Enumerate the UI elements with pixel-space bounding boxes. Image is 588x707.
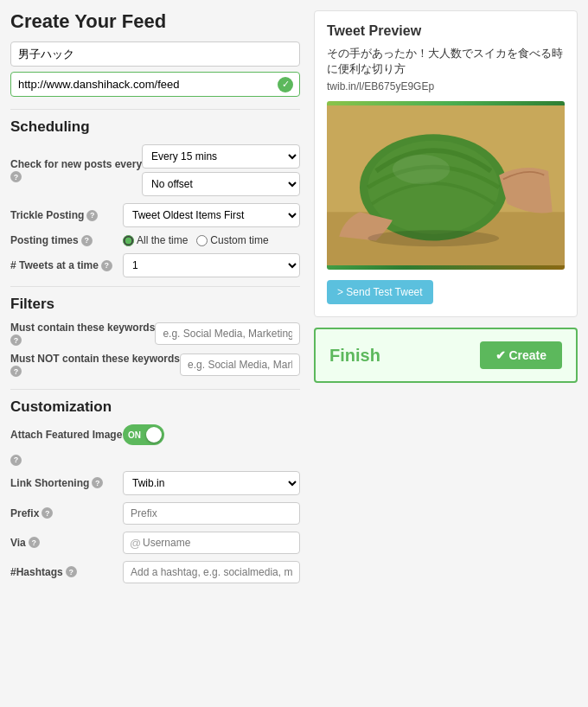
- svg-point-5: [368, 231, 499, 247]
- via-row: Via ? @: [10, 532, 300, 554]
- tweet-preview-title: Tweet Preview: [327, 23, 565, 39]
- link-shortening-select[interactable]: Twib.in bit.ly None: [123, 471, 300, 495]
- radio-custom[interactable]: [196, 235, 208, 246]
- offset-select[interactable]: No offset 5 mins 10 mins: [142, 172, 300, 196]
- create-button[interactable]: ✔ Create: [480, 341, 562, 369]
- finish-card: Finish ✔ Create: [314, 328, 578, 383]
- tweets-select-wrapper: 1 2 3: [123, 253, 300, 277]
- right-column: Tweet Preview その手があったか！大人数でスイカを食べる時に便利な切…: [314, 10, 578, 590]
- posting-times-radios: All the time Custom time: [123, 234, 300, 246]
- tweets-at-a-time-select[interactable]: 1 2 3: [123, 253, 300, 277]
- must-contain-label-group: Must contain these keywords ?: [10, 322, 155, 346]
- prefix-help-icon[interactable]: ?: [42, 507, 53, 519]
- must-contain-input-wrapper: [155, 322, 300, 345]
- must-not-help-icon[interactable]: ?: [10, 366, 22, 377]
- attach-image-row: Attach Featured Image ON: [10, 424, 300, 445]
- toggle-on-label: ON: [128, 430, 141, 440]
- check-posts-select-group: Every 15 mins Every 30 mins Every 1 hour…: [142, 144, 300, 196]
- attach-image-help-icon[interactable]: ?: [10, 455, 22, 466]
- posting-times-label: Posting times ?: [10, 234, 123, 246]
- tweets-help-icon[interactable]: ?: [101, 260, 112, 271]
- must-not-contain-label-group: Must NOT contain these keywords ?: [10, 353, 180, 377]
- trickle-label: Trickle Posting ?: [10, 209, 123, 221]
- trickle-select-wrapper: Tweet Oldest Items First Tweet Newest It…: [123, 203, 300, 227]
- link-shortening-help-icon[interactable]: ?: [92, 477, 103, 488]
- trickle-select[interactable]: Tweet Oldest Items First Tweet Newest It…: [123, 203, 300, 227]
- feed-url-input[interactable]: [10, 72, 300, 97]
- radio-alltime-label[interactable]: All the time: [123, 234, 188, 246]
- tweet-preview-card: Tweet Preview その手があったか！大人数でスイカを食べる時に便利な切…: [314, 10, 578, 317]
- hashtags-label: #Hashtags ?: [10, 566, 123, 578]
- check-posts-row: Check for new posts every ? Every 15 min…: [10, 144, 300, 196]
- check-posts-label-group: Check for new posts every ?: [10, 158, 142, 182]
- send-test-tweet-button[interactable]: > Send Test Tweet: [327, 280, 433, 304]
- page-title: Create Your Feed: [10, 10, 300, 33]
- check-posts-label: Check for new posts every: [10, 158, 142, 170]
- at-symbol-icon: @: [130, 536, 141, 549]
- must-contain-help-icon[interactable]: ?: [10, 334, 22, 346]
- hashtags-input-wrapper: [123, 561, 300, 583]
- hashtags-row: #Hashtags ?: [10, 561, 300, 583]
- prefix-input[interactable]: [123, 502, 300, 525]
- radio-alltime[interactable]: [123, 235, 134, 246]
- left-column: Create Your Feed ✓ Scheduling Check for …: [10, 10, 300, 590]
- via-label: Via ?: [10, 537, 123, 549]
- trickle-help-icon[interactable]: ?: [86, 210, 98, 221]
- must-contain-row: Must contain these keywords ?: [10, 322, 300, 346]
- posting-times-row: Posting times ? All the time Custom time: [10, 234, 300, 246]
- tweet-preview-image: [327, 101, 565, 270]
- check-posts-select[interactable]: Every 15 mins Every 30 mins Every 1 hour: [142, 144, 300, 169]
- via-help-icon[interactable]: ?: [29, 537, 40, 548]
- hashtags-help-icon[interactable]: ?: [66, 566, 77, 577]
- via-input-wrapper: @: [123, 532, 300, 554]
- tweets-at-a-time-label: # Tweets at a time ?: [10, 259, 123, 271]
- trickle-posting-row: Trickle Posting ? Tweet Oldest Items Fir…: [10, 203, 300, 227]
- prefix-input-wrapper: [123, 502, 300, 525]
- svg-point-4: [393, 155, 450, 184]
- url-valid-icon: ✓: [278, 77, 293, 92]
- filters-section-title: Filters: [10, 296, 300, 313]
- prefix-row: Prefix ?: [10, 502, 300, 525]
- link-shortening-row: Link Shortening ? Twib.in bit.ly None: [10, 471, 300, 495]
- feed-name-input[interactable]: [10, 41, 300, 67]
- toggle-knob: [146, 427, 162, 443]
- must-contain-input[interactable]: [155, 322, 300, 345]
- tweet-preview-text: その手があったか！大人数でスイカを食べる時に便利な切り方: [327, 46, 565, 77]
- must-not-contain-row: Must NOT contain these keywords ?: [10, 353, 300, 377]
- link-shortening-select-wrapper: Twib.in bit.ly None: [123, 471, 300, 495]
- username-input[interactable]: [123, 532, 300, 554]
- customization-section-title: Customization: [10, 398, 300, 416]
- attach-image-toggle-wrapper: ON: [123, 424, 300, 445]
- attach-image-toggle[interactable]: ON: [123, 424, 164, 445]
- must-not-contain-input[interactable]: [180, 354, 300, 376]
- hashtag-input[interactable]: [123, 561, 300, 583]
- posting-times-help-icon[interactable]: ?: [81, 235, 93, 246]
- scheduling-section-title: Scheduling: [10, 118, 300, 136]
- radio-custom-label[interactable]: Custom time: [196, 234, 268, 246]
- must-not-contain-input-wrapper: [180, 354, 300, 376]
- attach-image-label: Attach Featured Image: [10, 429, 123, 441]
- link-shortening-label: Link Shortening ?: [10, 477, 123, 489]
- prefix-label: Prefix ?: [10, 507, 123, 519]
- tweet-preview-link: twib.in/l/EB675yE9GEp: [327, 80, 565, 92]
- tweets-at-a-time-row: # Tweets at a time ? 1 2 3: [10, 253, 300, 277]
- check-posts-help-icon[interactable]: ?: [10, 171, 22, 182]
- finish-label: Finish: [329, 346, 380, 366]
- must-contain-label: Must contain these keywords: [10, 322, 155, 334]
- feed-url-wrapper: ✓: [10, 72, 300, 97]
- must-not-contain-label: Must NOT contain these keywords: [10, 353, 180, 365]
